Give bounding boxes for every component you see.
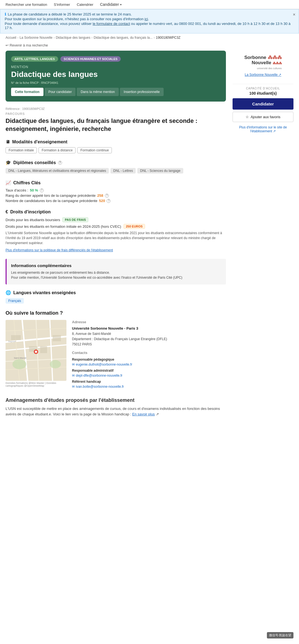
sidebar-logo: Sorbonne ⁂⁂⁂ Nouvelle ⁂⁂⁂ université des… xyxy=(233,51,293,81)
svg-point-17 xyxy=(35,351,37,353)
stat-taux-value: 50 % xyxy=(30,188,38,192)
logo-box: Sorbonne ⁂⁂⁂ Nouvelle ⁂⁂⁂ université des… xyxy=(233,55,293,71)
alert-banner: × ℹLa phase de candidature a débuté le 2… xyxy=(0,9,299,33)
nav-rechercher[interactable]: Rechercher une formation xyxy=(6,2,47,7)
tab-insertion[interactable]: Insertion professionnelle xyxy=(120,88,164,96)
map-section: Où suivre la formation ? xyxy=(6,310,226,390)
amenagements-link[interactable]: En savoir plus xyxy=(132,412,155,416)
map-address-label: Adresse xyxy=(72,320,226,324)
info-complementaire-box: Informations complémentaires Les enseign… xyxy=(6,259,226,285)
badge-euros: 250 EUROS xyxy=(123,224,145,229)
tab-cette-formation[interactable]: Cette formation xyxy=(11,88,43,96)
modalites-section: 🖥 Modalités d'enseignement Formation ini… xyxy=(6,139,226,153)
stat-candidatures-info[interactable]: ? xyxy=(107,199,110,203)
reference-line: Référence : 1900180WPC3Z xyxy=(6,107,226,110)
alert-link-info[interactable]: ici xyxy=(145,17,148,21)
map-address-line2: Département : Didactique du Français Lan… xyxy=(72,337,226,342)
langues-section: 🌐 Langues vivantes enseignées Français xyxy=(6,290,226,304)
parcours-label: PARCOURS xyxy=(6,112,226,115)
formation-tabs: Cette formation Pour candidater Dans la … xyxy=(11,88,220,96)
svg-point-14 xyxy=(12,359,26,369)
mention-label: MENTION xyxy=(11,65,220,69)
map-placeholder[interactable]: Saint-Mandé Bagnolet xyxy=(6,320,66,381)
stat-rang-info[interactable]: ? xyxy=(105,194,109,198)
capacity-label: CAPACITÉ D'ACCUEIL xyxy=(233,87,293,90)
tab-pour-candidater[interactable]: Pour candidater xyxy=(45,88,76,96)
sidebar-divider xyxy=(233,84,293,84)
map-layout: Saint-Mandé Bagnolet Données formations … xyxy=(6,320,226,390)
map-section-title: Où suivre la formation ? xyxy=(6,310,226,316)
contact-role-1: Responsable administratif xyxy=(72,369,226,373)
droits-link[interactable]: Plus d'informations sur la politique de … xyxy=(6,248,113,252)
tab-meme-mention[interactable]: Dans la même mention xyxy=(77,88,118,96)
formation-header-card: ARTS, LETTRES, LANGUES SCIENCES HUMAINES… xyxy=(6,51,226,102)
parcours-title: Didactique des langues, du français lang… xyxy=(6,117,226,133)
svg-rect-13 xyxy=(53,335,61,341)
droits-initiale-line: Droits pour les étudiants en formation i… xyxy=(6,224,226,229)
plus-info-button[interactable]: Plus d'informations sur le site de l'éta… xyxy=(233,124,293,134)
rncp-label: N° de la fiche RNCP : RNCP34841 xyxy=(11,81,220,84)
tag-dnl-lettres: DNL - Lettres xyxy=(110,168,136,174)
svg-text:Saint-Mandé: Saint-Mandé xyxy=(14,357,27,359)
stat-taux-info[interactable]: ? xyxy=(40,188,44,192)
alert-link-contact[interactable]: le formulaire de contact xyxy=(93,22,130,26)
breadcrumb-sorbonne[interactable]: La Sorbonne Nouvelle xyxy=(20,36,53,40)
breadcrumb: Accueil › La Sorbonne Nouvelle › Didacti… xyxy=(0,33,299,42)
nav-candidater[interactable]: Candidater xyxy=(100,2,122,7)
breadcrumb-accueil[interactable]: Accueil xyxy=(6,36,16,40)
diplomes-info-icon[interactable]: ? xyxy=(58,161,62,165)
contact-email-0[interactable]: eugenie.duthoit@sorbonne-nouvelle.fr xyxy=(72,363,226,366)
favoris-button[interactable]: ☆ Ajouter aux favoris xyxy=(233,112,293,122)
candidater-button[interactable]: Candidater xyxy=(233,98,293,110)
favoris-label: Ajouter aux favoris xyxy=(251,115,280,119)
contacts-label: Contacts xyxy=(72,351,226,355)
droits-icon: € xyxy=(6,210,8,214)
map-address-line1: 8, Avenue de Saint-Mandé xyxy=(72,332,226,336)
langues-title: 🌐 Langues vivantes enseignées xyxy=(6,290,226,295)
map-caption: Données formations @Mon Master | Données… xyxy=(6,382,66,387)
sidebar-column: Sorbonne ⁂⁂⁂ Nouvelle ⁂⁂⁂ université des… xyxy=(233,51,293,424)
logo-text: Sorbonne ⁂⁂⁂ Nouvelle ⁂⁂⁂ université des… xyxy=(244,55,282,71)
svg-point-15 xyxy=(50,360,61,368)
tag-arts-lettres: ARTS, LETTRES, LANGUES xyxy=(11,56,58,62)
tag-sciences-humaines: SCIENCES HUMAINES ET SOCIALES xyxy=(60,56,121,62)
tag-formation-distance: Formation à distance xyxy=(38,147,76,153)
nav-calendrier[interactable]: Calendrier xyxy=(77,2,93,7)
contact-email-1[interactable]: dept-dfle@sorbonne-nouvelle.fr xyxy=(72,374,226,377)
close-alert-button[interactable]: × xyxy=(293,12,295,17)
droits-title: € Droits d'inscription xyxy=(6,210,226,214)
stat-candidatures: Nombre de candidatures lors de la campag… xyxy=(6,199,226,203)
sidebar-university-link[interactable]: La Sorbonne Nouvelle ↗ xyxy=(245,73,281,77)
contact-role-2: Référent handicap xyxy=(72,380,226,384)
svg-text:Bagnolet: Bagnolet xyxy=(8,340,16,343)
stat-taux: Taux d'accès : 50 % ? xyxy=(6,188,226,192)
back-link[interactable]: Revenir à ma recherche xyxy=(6,43,48,47)
map-info: Adresse Université Sorbonne Nouvelle - P… xyxy=(72,320,226,390)
info-complementaire-title: Informations complémentaires xyxy=(11,263,221,268)
alert-line1: La phase de candidature a débuté le 25 f… xyxy=(8,12,132,16)
breadcrumb-didactique-long[interactable]: Didactique des langues, du français la..… xyxy=(94,36,153,40)
tag-formation-initiale: Formation initiale xyxy=(6,147,37,153)
diplomes-icon: 🎓 xyxy=(6,160,11,165)
amenagements-text: L'USN est susceptible de mettre en place… xyxy=(6,406,226,418)
svg-rect-11 xyxy=(40,346,47,353)
parcours-section: PARCOURS Didactique des langues, du fran… xyxy=(6,112,226,133)
tag-formation-continue: Formation continue xyxy=(77,147,112,153)
alert-line3: Pour toute demande d'assistance, vous po… xyxy=(5,22,294,30)
contact-role-0: Responsable pédagogique xyxy=(72,358,226,361)
alert-icon: ℹ xyxy=(5,12,6,16)
contact-email-2[interactable]: ivan.botte@sorbonne-nouvelle.fr xyxy=(72,385,226,389)
modalites-tags: Formation initiale Formation à distance … xyxy=(6,147,226,153)
chiffres-icon: 📈 xyxy=(6,180,11,185)
tag-dnl-sciences: DNL - Sciences du langage xyxy=(137,168,183,174)
diplomes-section: 🎓 Diplômes conseillés ? DNL - Langues, l… xyxy=(6,160,226,174)
nav-sinformer[interactable]: S'informer xyxy=(54,2,70,7)
map-container: Saint-Mandé Bagnolet Données formations … xyxy=(6,320,66,390)
alert-line2: Pour toute question sur la procédure, n'… xyxy=(5,17,294,21)
formation-main-title: Didactique des langues xyxy=(11,70,220,79)
modalites-title: 🖥 Modalités d'enseignement xyxy=(6,139,226,144)
breadcrumb-didactique[interactable]: Didactique des langues xyxy=(56,36,90,40)
droits-section: € Droits d'inscription Droits pour les é… xyxy=(6,210,226,252)
stat-rang-value: 258 xyxy=(97,193,103,198)
stat-candidatures-value: 520 xyxy=(99,199,105,203)
